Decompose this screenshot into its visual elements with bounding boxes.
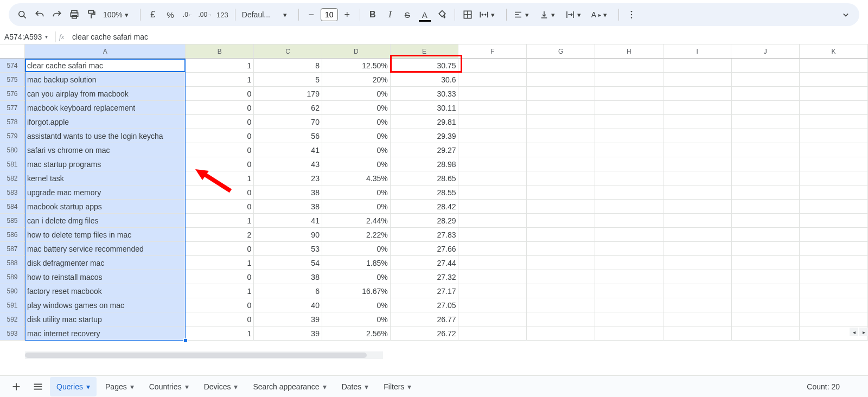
row-header[interactable]: 593 (0, 326, 25, 341)
font-family-dropdown[interactable]: Defaul... ▾ (240, 10, 294, 19)
vertical-align-button[interactable]: ▾ (537, 10, 562, 20)
cell[interactable] (663, 326, 732, 341)
cell[interactable]: 70 (254, 115, 322, 129)
cell[interactable] (663, 228, 732, 242)
cell[interactable] (663, 59, 732, 73)
cell[interactable] (732, 143, 800, 157)
cell[interactable]: 28.55 (391, 185, 459, 200)
cell[interactable] (732, 101, 800, 115)
cell[interactable]: 12.50% (322, 59, 391, 73)
scroll-left-button[interactable]: ◂ (850, 328, 858, 336)
cell[interactable]: macbook keyboard replacement (25, 101, 186, 115)
cell[interactable]: 5 (254, 73, 322, 87)
cell[interactable] (800, 242, 868, 256)
cell[interactable] (663, 101, 732, 115)
cell[interactable] (458, 87, 527, 101)
cell[interactable] (595, 214, 663, 228)
cell[interactable] (732, 200, 800, 214)
cell[interactable] (595, 242, 663, 256)
cell[interactable] (732, 312, 800, 326)
column-header-I[interactable]: I (663, 44, 732, 59)
cell[interactable] (800, 256, 868, 270)
cell[interactable]: 27.17 (391, 284, 459, 298)
column-header-J[interactable]: J (731, 44, 800, 59)
cell[interactable]: 0% (322, 143, 391, 157)
more-toolbar-button[interactable] (623, 7, 640, 23)
row-header[interactable]: 576 (0, 87, 25, 101)
cell[interactable] (800, 200, 868, 214)
cell[interactable] (527, 73, 595, 87)
cell[interactable]: safari vs chrome on mac (25, 143, 186, 157)
cell[interactable] (732, 59, 800, 73)
formula-input[interactable]: clear cache safari mac (70, 33, 868, 41)
cell[interactable]: 0% (322, 312, 391, 326)
cell[interactable] (527, 185, 595, 200)
cell[interactable] (663, 242, 732, 256)
horizontal-align-button[interactable]: ▾ (511, 10, 536, 20)
text-color-button[interactable]: A (417, 7, 433, 23)
column-header-G[interactable]: G (527, 44, 595, 59)
cell[interactable]: 27.83 (391, 228, 459, 242)
row-header[interactable]: 581 (0, 157, 25, 171)
cell[interactable] (732, 157, 800, 171)
cell[interactable]: 0% (322, 101, 391, 115)
text-rotation-button[interactable]: A▸▾ (589, 10, 614, 19)
cell[interactable]: upgrade mac memory (25, 185, 186, 200)
cell[interactable] (458, 298, 527, 312)
cell[interactable]: factory reset macbook (25, 284, 186, 298)
currency-button[interactable]: £ (145, 7, 161, 23)
column-header-H[interactable]: H (595, 44, 663, 59)
cell[interactable] (800, 270, 868, 284)
cell[interactable] (732, 185, 800, 200)
cell[interactable] (527, 87, 595, 101)
cell[interactable] (458, 73, 527, 87)
cell[interactable]: clear cache safari mac (25, 59, 186, 73)
cell[interactable] (663, 185, 732, 200)
cell[interactable] (595, 157, 663, 171)
cell[interactable] (458, 284, 527, 298)
cell[interactable] (732, 115, 800, 129)
cell[interactable] (800, 185, 868, 200)
cell[interactable] (527, 171, 595, 185)
cell[interactable] (663, 73, 732, 87)
cell[interactable] (527, 312, 595, 326)
cell[interactable] (458, 200, 527, 214)
cell[interactable] (595, 228, 663, 242)
cell[interactable] (663, 200, 732, 214)
cell[interactable]: 53 (254, 242, 322, 256)
cell[interactable] (527, 115, 595, 129)
cell[interactable] (595, 270, 663, 284)
cell[interactable]: 30.11 (391, 101, 459, 115)
cell[interactable]: 26.72 (391, 326, 459, 341)
cell[interactable] (458, 312, 527, 326)
cell[interactable]: 23 (254, 171, 322, 185)
cell[interactable]: 1.85% (322, 256, 391, 270)
cell[interactable]: 27.05 (391, 298, 459, 312)
cell[interactable] (732, 171, 800, 185)
cell[interactable] (458, 326, 527, 341)
cell[interactable] (595, 73, 663, 87)
cell[interactable] (527, 228, 595, 242)
cell[interactable] (458, 101, 527, 115)
cell[interactable] (800, 129, 868, 143)
cell[interactable] (458, 228, 527, 242)
cell[interactable] (527, 200, 595, 214)
cell[interactable] (663, 214, 732, 228)
cell[interactable]: 26.77 (391, 312, 459, 326)
undo-button[interactable] (31, 7, 48, 23)
fill-color-button[interactable] (434, 7, 450, 23)
row-header[interactable]: 582 (0, 171, 25, 185)
cell[interactable]: 0% (322, 298, 391, 312)
increase-decimal-button[interactable]: .00→ (197, 7, 213, 23)
cell[interactable]: macbook startup apps (25, 200, 186, 214)
cell[interactable] (800, 101, 868, 115)
cell[interactable] (800, 228, 868, 242)
cell[interactable] (732, 87, 800, 101)
cell[interactable]: 30.33 (391, 87, 459, 101)
cell[interactable] (527, 214, 595, 228)
column-header-A[interactable]: A (25, 44, 186, 59)
cell[interactable] (527, 157, 595, 171)
cell[interactable] (663, 270, 732, 284)
font-size-input[interactable] (321, 8, 338, 21)
cell[interactable] (595, 115, 663, 129)
